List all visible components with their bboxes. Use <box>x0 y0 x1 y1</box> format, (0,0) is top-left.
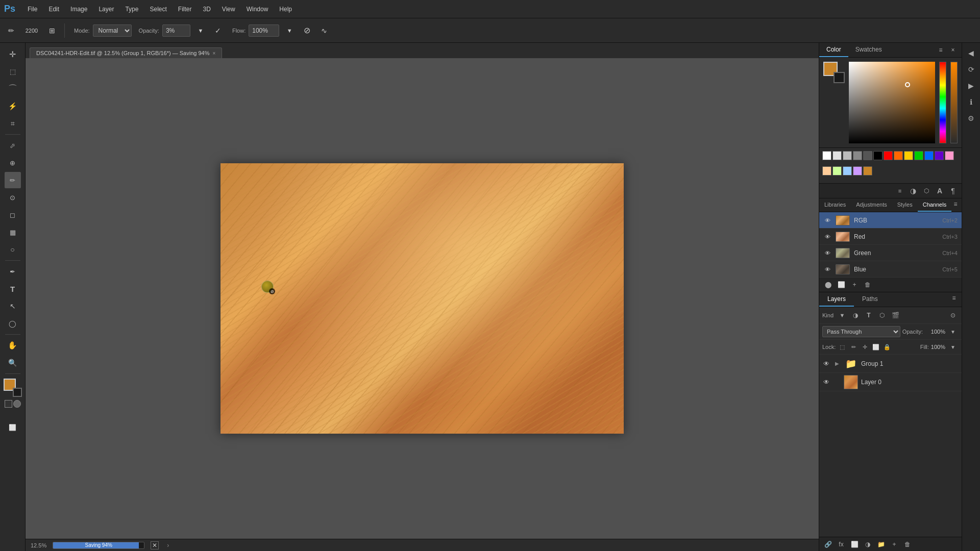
swatch[interactable] <box>822 166 831 176</box>
move-tool[interactable]: ✛ <box>5 46 21 62</box>
screen-mode-btn[interactable]: ⬜ <box>5 419 21 436</box>
swatch[interactable] <box>894 151 903 160</box>
lock-all-btn[interactable]: 🔒 <box>883 342 892 352</box>
menu-file[interactable]: File <box>22 4 42 15</box>
link-layers-btn[interactable]: 🔗 <box>822 539 834 550</box>
paragraph-icon[interactable]: ¶ <box>947 185 959 196</box>
rgb-visibility-eye[interactable]: 👁 <box>823 216 831 224</box>
flow-input[interactable] <box>249 24 279 37</box>
brush-tool[interactable]: ✏ <box>5 172 21 188</box>
shape-tool[interactable]: ◯ <box>5 315 21 332</box>
swatch[interactable] <box>863 151 872 160</box>
tab-color[interactable]: Color <box>819 43 848 57</box>
save-selection-btn[interactable]: ⬜ <box>836 279 847 290</box>
channel-green[interactable]: 👁 Green Ctrl+4 <box>819 245 962 261</box>
green-visibility-eye[interactable]: 👁 <box>823 249 831 257</box>
swatch[interactable] <box>945 151 954 160</box>
channel-panel-menu[interactable]: ≡ <box>951 198 960 210</box>
group1-expand[interactable]: ▶ <box>834 360 841 367</box>
collapse-panel-btn[interactable]: ◀ <box>964 46 978 60</box>
filter-pixel-btn[interactable]: ▼ <box>837 310 848 321</box>
layer-row-group1[interactable]: 👁 ▶ 📁 Group 1 <box>819 355 962 373</box>
panel-close-btn[interactable]: × <box>947 44 959 56</box>
marquee-tool[interactable]: ⬚ <box>5 63 21 80</box>
opacity-input[interactable] <box>162 24 190 37</box>
background-color-swatch[interactable] <box>834 72 845 83</box>
menu-image[interactable]: Image <box>65 4 92 15</box>
magic-wand-tool[interactable]: ⚡ <box>5 98 21 114</box>
history-btn[interactable]: ⟳ <box>964 62 978 77</box>
eyedropper-tool[interactable]: ⬀ <box>5 137 21 154</box>
tab-libraries[interactable]: Libraries <box>819 198 851 212</box>
standard-mode-btn[interactable] <box>5 400 12 408</box>
menu-3d[interactable]: 3D <box>198 4 216 15</box>
new-fill-btn[interactable]: ◑ <box>862 539 873 550</box>
swatch[interactable] <box>863 166 872 176</box>
info-btn[interactable]: ℹ <box>964 95 978 109</box>
tab-close-btn[interactable]: × <box>212 51 215 56</box>
brush-tool-option[interactable]: ✏ <box>4 23 18 38</box>
swatch[interactable] <box>853 151 862 160</box>
swatch[interactable] <box>884 151 893 160</box>
filter-smart-btn[interactable]: 🎬 <box>890 310 901 321</box>
swatch[interactable] <box>832 166 842 176</box>
adjustments-icon[interactable]: ◑ <box>908 185 919 196</box>
add-mask-btn[interactable]: ⬜ <box>849 539 860 550</box>
flow-toggle[interactable]: ▼ <box>282 23 297 38</box>
progress-cancel-btn[interactable]: ✕ <box>151 541 159 549</box>
group1-visibility[interactable]: 👁 <box>822 360 830 368</box>
progress-expand-btn[interactable]: › <box>167 542 169 549</box>
actions-btn[interactable]: ▶ <box>964 79 978 93</box>
menu-select[interactable]: Select <box>144 4 172 15</box>
pressure-opacity-btn[interactable]: ✓ <box>211 23 225 38</box>
hand-tool[interactable]: ✋ <box>5 337 21 354</box>
red-visibility-eye[interactable]: 👁 <box>823 233 831 241</box>
quick-mask-btn[interactable] <box>13 400 21 408</box>
opacity-dropdown-btn[interactable]: ▼ <box>947 326 959 337</box>
load-channel-btn[interactable]: ⬤ <box>822 279 834 290</box>
swatch[interactable] <box>935 151 944 160</box>
channel-rgb[interactable]: 👁 RGB Ctrl+2 <box>819 212 962 229</box>
mode-select[interactable]: Normal Multiply Screen Overlay <box>93 24 132 37</box>
panel-menu-btn[interactable]: ≡ <box>935 44 946 56</box>
background-color[interactable] <box>13 388 22 397</box>
gradient-tool[interactable]: ▦ <box>5 224 21 240</box>
brush-size-option[interactable]: 2200 <box>21 23 42 38</box>
channel-blue[interactable]: 👁 Blue Ctrl+5 <box>819 261 962 278</box>
tab-paths[interactable]: Paths <box>854 292 886 307</box>
smoothing-btn[interactable]: ∿ <box>317 23 331 38</box>
menu-view[interactable]: View <box>217 4 240 15</box>
tab-channels[interactable]: Channels <box>918 198 951 212</box>
blue-visibility-eye[interactable]: 👁 <box>823 265 831 273</box>
menu-layer[interactable]: Layer <box>93 4 119 15</box>
text-icon[interactable]: A <box>934 185 945 196</box>
opacity-row-value[interactable]: 100% <box>925 329 945 335</box>
eraser-tool[interactable]: ◻ <box>5 207 21 223</box>
new-group-btn[interactable]: 📁 <box>875 539 887 550</box>
layer-row-layer0[interactable]: 👁 Layer 0 <box>819 373 962 391</box>
swatch[interactable] <box>873 151 883 160</box>
swatch[interactable] <box>924 151 934 160</box>
libraries-icon[interactable]: ≡ <box>894 185 905 196</box>
lasso-tool[interactable]: ⌒ <box>5 81 21 97</box>
tab-layers[interactable]: Layers <box>819 292 854 307</box>
add-style-btn[interactable]: fx <box>836 539 847 550</box>
delete-layer-btn[interactable]: 🗑 <box>902 539 913 550</box>
new-layer-btn[interactable]: + <box>889 539 900 550</box>
delete-channel-btn[interactable]: 🗑 <box>862 279 873 290</box>
menu-edit[interactable]: Edit <box>43 4 64 15</box>
canvas-viewport[interactable]: ⊘ <box>26 58 819 539</box>
lock-image-btn[interactable]: ✏ <box>849 342 858 352</box>
menu-type[interactable]: Type <box>120 4 143 15</box>
hue-bar[interactable] <box>939 62 946 143</box>
properties-btn[interactable]: ⚙ <box>964 111 978 126</box>
healing-tool[interactable]: ⊕ <box>5 155 21 171</box>
color-gradient-area[interactable] <box>849 62 935 143</box>
airbrush-btn[interactable]: ⊘ <box>300 23 314 38</box>
blend-mode-select[interactable]: Pass Through Normal Multiply Screen Over… <box>822 326 900 337</box>
opacity-toggle[interactable]: ▼ <box>193 23 208 38</box>
swatch[interactable] <box>822 151 831 160</box>
tab-swatches[interactable]: Swatches <box>848 43 889 57</box>
swatch[interactable] <box>914 151 923 160</box>
filter-adj-btn[interactable]: ◑ <box>850 310 861 321</box>
